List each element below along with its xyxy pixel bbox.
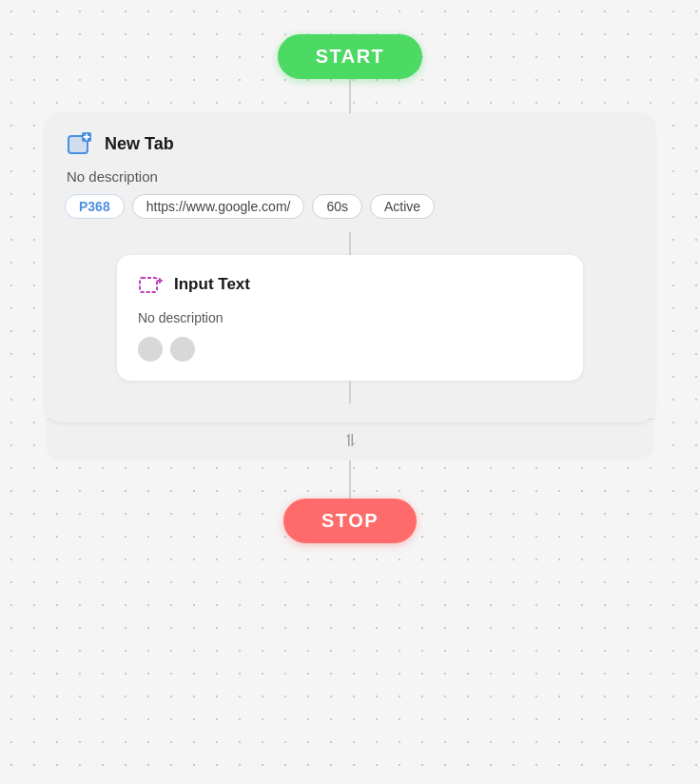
collapse-button[interactable]: ⥮ (46, 419, 654, 461)
tag-time[interactable]: 60s (312, 194, 362, 219)
chevron-up-icon: ⥮ (343, 432, 358, 449)
svg-rect-5 (140, 278, 157, 292)
input-text-card: Input Text No description (117, 255, 583, 381)
inner-card-dots (136, 337, 564, 362)
inner-card-header: Input Text (136, 270, 564, 299)
connector-1 (349, 79, 351, 113)
connector-inner (349, 232, 351, 255)
connector-inner-bottom (349, 381, 351, 403)
inner-card-area: Input Text No description (65, 232, 635, 403)
card-tags: P368 https://www.google.com/ 60s Active (65, 194, 635, 219)
card-title: New Tab (105, 134, 174, 154)
inner-card-title: Input Text (174, 275, 250, 294)
card-header: New Tab (65, 128, 635, 159)
start-button[interactable]: START (278, 34, 423, 79)
tag-url[interactable]: https://www.google.com/ (132, 194, 305, 219)
tag-active[interactable]: Active (370, 194, 435, 219)
inner-card-description: No description (136, 310, 564, 325)
dot-1 (138, 337, 163, 362)
new-tab-icon (65, 128, 95, 159)
dot-2 (170, 337, 195, 362)
flow-canvas: START New Tab No description P368 http (0, 0, 700, 784)
tag-id[interactable]: P368 (65, 194, 125, 219)
stop-button[interactable]: STOP (283, 499, 417, 543)
connector-2 (349, 461, 351, 499)
input-text-icon (136, 270, 165, 299)
new-tab-card: New Tab No description P368 https://www.… (46, 113, 654, 422)
card-description: No description (65, 168, 635, 185)
